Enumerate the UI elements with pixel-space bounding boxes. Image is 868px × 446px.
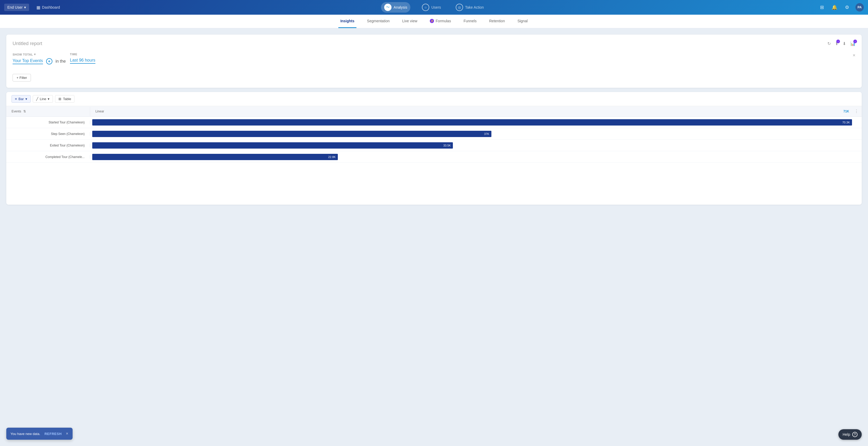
bar-label: Exited Tour (Chameleon)	[6, 144, 90, 147]
bar-fill: 33.5K	[92, 142, 453, 149]
table-row: Step Seen (Chameleon) 37K	[6, 128, 862, 140]
users-label: Users	[431, 5, 441, 9]
time-label: TIME	[70, 53, 95, 56]
nav-item-users[interactable]: ○ Users	[419, 2, 444, 12]
report-card: Untitled report ↻ ⬆ ! ⬇ 📊 !	[6, 35, 862, 88]
time-selector-button[interactable]: Last 96 hours	[70, 58, 95, 64]
bar-area: 22.8K	[90, 151, 862, 162]
report-header: Untitled report ↻ ⬆ ! ⬇ 📊 !	[12, 41, 856, 46]
in-the-text: in the	[56, 59, 66, 64]
refresh-toast-button[interactable]: REFRESH	[44, 432, 62, 436]
table-row: Exited Tour (Chameleon) 33.5K	[6, 140, 862, 151]
save-report-button[interactable]: ⬆ !	[835, 41, 838, 46]
insights-label: Insights	[340, 19, 354, 23]
retention-label: Retention	[489, 19, 505, 23]
chart-card: ≡ Bar ▾ ╱ Line ▾ ⊞ Table Events ⇅ Linear…	[6, 92, 862, 205]
end-user-label: End User	[7, 5, 23, 9]
chart-empty-area	[6, 163, 862, 205]
download-report-button[interactable]: ⬇	[843, 41, 846, 46]
save-badge: !	[836, 39, 840, 43]
chevron-down-icon: ▾	[34, 53, 36, 56]
bar-label: Step Seen (Chameleon)	[6, 132, 90, 136]
refresh-report-button[interactable]: ↻	[827, 41, 831, 46]
query-section: SHOW TOTAL ▾ Your Top Events + in the TI…	[12, 53, 856, 82]
bar-value: 33.5K	[443, 144, 451, 147]
users-icon: ○	[422, 4, 429, 11]
bar-label: Completed Tour (Chamele...	[6, 155, 90, 159]
query-row: Your Top Events + in the	[12, 58, 66, 64]
analysis-label: Analysis	[394, 5, 407, 9]
sort-icon[interactable]: ⇅	[23, 109, 26, 113]
nav-item-analysis[interactable]: 〜 Analysis	[381, 2, 410, 12]
tab-funnels[interactable]: Funnels	[462, 15, 479, 28]
show-total-label: SHOW TOTAL ▾	[12, 53, 66, 56]
nav-left: End User ▾ ▦ Dashboard	[4, 3, 63, 11]
nav-item-take-action[interactable]: ◎ Take Action	[453, 2, 487, 12]
bar-value: 70.3K	[842, 121, 850, 124]
bar-area: 70.3K	[90, 117, 862, 128]
bar-icon: ≡	[15, 97, 17, 101]
tab-signal[interactable]: Signal	[515, 15, 530, 28]
tab-live-view[interactable]: Live view	[400, 15, 420, 28]
settings-icon[interactable]: ⚙	[843, 3, 851, 11]
grid-menu-icon[interactable]: ⊞	[818, 3, 826, 11]
live-view-label: Live view	[402, 19, 417, 23]
show-total-column: SHOW TOTAL ▾ Your Top Events + in the	[12, 53, 66, 69]
table-row: Completed Tour (Chamele... 22.8K	[6, 151, 862, 163]
linear-column-header: Linear	[90, 107, 841, 116]
report-actions: ↻ ⬆ ! ⬇ 📊 !	[827, 41, 856, 46]
bar-chart-rows: Started Tour (Chameleon) 70.3K Step Seen…	[6, 117, 862, 163]
analysis-icon: 〜	[384, 4, 392, 11]
add-event-button[interactable]: +	[46, 58, 53, 64]
dashboard-label: Dashboard	[42, 5, 60, 9]
toast-message: You have new data.	[10, 432, 40, 436]
chart-toolbar: ≡ Bar ▾ ╱ Line ▾ ⊞ Table	[6, 92, 862, 106]
line-icon: ╱	[36, 97, 38, 101]
tab-retention[interactable]: Retention	[487, 15, 507, 28]
line-chart-button[interactable]: ╱ Line ▾	[33, 95, 53, 103]
take-action-label: Take Action	[465, 5, 484, 9]
bar-fill: 70.3K	[92, 119, 852, 126]
grid-icon: ▦	[36, 5, 40, 10]
chart-options-button[interactable]: 📊 !	[850, 41, 856, 46]
signal-label: Signal	[517, 19, 528, 23]
dashboard-button[interactable]: ▦ Dashboard	[33, 3, 63, 11]
events-column-header: Events ⇅	[6, 107, 90, 116]
tab-segmentation[interactable]: Segmentation	[365, 15, 392, 28]
help-button[interactable]: Help ?	[838, 429, 862, 440]
close-toast-button[interactable]: ×	[66, 431, 68, 436]
bar-value: 22.8K	[328, 155, 336, 159]
bar-chevron-icon: ▾	[25, 97, 27, 101]
table-chart-button[interactable]: ⊞ Table	[55, 95, 74, 103]
table-icon: ⊞	[58, 97, 61, 101]
main-content: Untitled report ↻ ⬆ ! ⬇ 📊 !	[0, 28, 868, 211]
sub-navigation: Insights Segmentation Live view ⚡ Formul…	[0, 15, 868, 28]
bar-value: 37K	[484, 132, 489, 135]
take-action-icon: ◎	[456, 4, 463, 11]
tab-formulas[interactable]: ⚡ Formulas	[428, 15, 453, 28]
bar-fill: 37K	[92, 131, 491, 137]
formulas-label: Formulas	[436, 19, 451, 23]
bar-chart-button[interactable]: ≡ Bar ▾	[11, 95, 31, 103]
event-selector-button[interactable]: Your Top Events	[12, 58, 43, 64]
tab-insights[interactable]: Insights	[338, 15, 357, 28]
user-avatar[interactable]: PA	[856, 3, 864, 11]
top-navigation: End User ▾ ▦ Dashboard 〜 Analysis ○ User…	[0, 0, 868, 15]
filter-button[interactable]: + Filter	[12, 74, 31, 82]
close-query-button[interactable]: ×	[852, 53, 856, 58]
filter-section: + Filter	[12, 74, 856, 82]
nav-center: 〜 Analysis ○ Users ◎ Take Action	[381, 2, 487, 12]
bar-area: 37K	[90, 128, 862, 139]
formulas-icon: ⚡	[430, 19, 434, 23]
help-label: Help	[843, 433, 850, 437]
bar-fill: 22.8K	[92, 154, 338, 160]
end-user-button[interactable]: End User ▾	[4, 4, 29, 11]
new-data-toast: You have new data. REFRESH ×	[6, 428, 72, 440]
line-chevron-icon: ▾	[48, 97, 50, 101]
notifications-icon[interactable]: 🔔	[830, 3, 839, 11]
count-value: 71K	[841, 107, 851, 116]
funnels-label: Funnels	[464, 19, 477, 23]
bar-label: Started Tour (Chameleon)	[6, 121, 90, 124]
column-options-button[interactable]: ⋮	[851, 106, 862, 116]
bar-area: 33.5K	[90, 140, 862, 151]
